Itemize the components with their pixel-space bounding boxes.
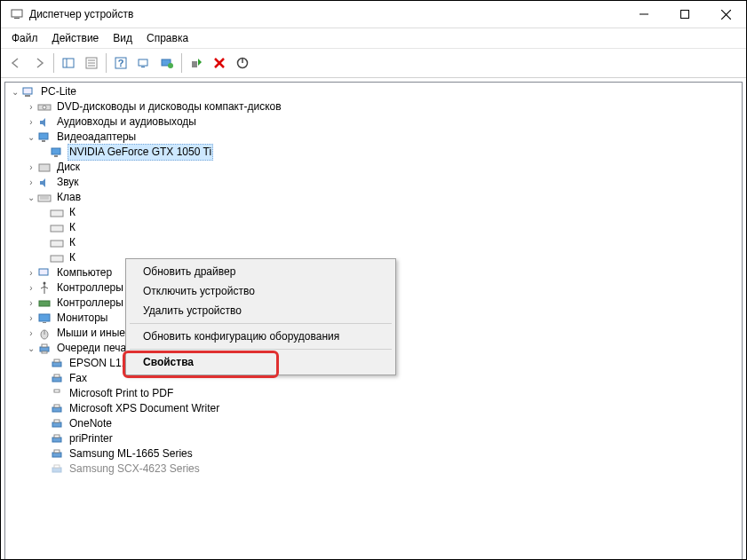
maximize-button[interactable] [664,1,705,28]
tree-node-printer[interactable]: Samsung ML-1665 Series [5,446,742,461]
tree-node-printer[interactable]: Microsoft Print to PDF [5,386,742,401]
monitor-icon [37,312,52,326]
keyboard-icon [50,206,64,220]
tree-node-printer[interactable]: priPrinter [5,431,742,446]
device-manager-window: Диспетчер устройств Файл Действие Вид Сп… [0,0,747,560]
tree-node-gpu[interactable]: NVIDIA GeForce GTX 1050 Ti [5,145,742,160]
keyboard-icon [50,236,64,250]
expand-icon[interactable]: › [25,311,37,326]
ctx-label: Удалить устройство [143,304,242,317]
window-title: Диспетчер устройств [29,8,624,20]
update-driver-button[interactable] [155,51,179,75]
menu-action[interactable]: Действие [45,30,107,46]
collapse-icon[interactable]: ⌄ [25,190,37,205]
properties-button[interactable] [80,51,103,75]
svg-rect-1 [14,18,20,19]
ctx-remove-device[interactable]: Удалить устройство [129,301,393,320]
tree-node-video[interactable]: ⌄ Видеоадаптеры [5,130,742,145]
ctx-update-driver[interactable]: Обновить драйвер [129,262,393,281]
svg-rect-54 [54,405,60,407]
svg-rect-49 [54,359,60,362]
svg-rect-58 [54,435,60,438]
expand-icon[interactable]: › [25,296,37,311]
tree-label: К [68,235,77,250]
expand-icon[interactable]: › [25,175,37,190]
svg-rect-40 [39,301,50,306]
keyboard-icon [37,191,52,205]
svg-rect-15 [141,67,145,67]
svg-rect-41 [39,314,50,321]
display-adapter-icon [37,130,52,145]
expand-icon[interactable]: › [25,99,37,114]
tree-label: Аудиовходы и аудиовыходы [55,114,198,130]
tree-node-printer[interactable]: Samsung SCX-4623 Series [5,461,742,477]
toolbar-separator [106,53,107,73]
enable-device-button[interactable] [185,51,208,75]
ctx-properties[interactable]: Свойства [129,352,393,372]
tree-node-keyboards[interactable]: ⌄ Клав [5,190,742,205]
tree-node-sound[interactable]: › Звук [5,175,742,190]
back-button[interactable] [4,51,28,75]
collapse-icon[interactable]: ⌄ [25,341,37,356]
expand-icon[interactable]: › [25,265,37,280]
tree-node-audio[interactable]: › Аудиовходы и аудиовыходы [5,114,742,130]
svg-rect-42 [43,322,46,323]
minimize-button[interactable] [624,1,664,28]
tree-node-printer[interactable]: Microsoft XPS Document Writer [5,401,742,416]
svg-point-17 [168,63,173,68]
keyboard-icon [50,251,64,265]
svg-rect-59 [52,453,61,457]
keyboard-icon [50,221,64,235]
tree-node-dvd[interactable]: › DVD-дисководы и дисководы компакт-диск… [5,99,742,114]
svg-rect-22 [23,88,32,94]
ctx-scan-hardware[interactable]: Обновить конфигурацию оборудования [129,327,393,346]
tree-label: Microsoft Print to PDF [68,386,175,401]
tree-root[interactable]: ⌄ PC-Lite [5,84,742,99]
tree-label: К [68,220,77,235]
toolbar-separator [53,53,54,73]
expand-icon[interactable]: › [25,280,37,296]
menu-help[interactable]: Справка [139,30,195,46]
tree-label-selected: NVIDIA GeForce GTX 1050 Ti [68,144,213,161]
svg-rect-62 [54,465,60,468]
ctx-label: Отключить устройство [143,285,255,297]
show-hide-tree-button[interactable] [57,51,80,75]
tree-label: priPrinter [68,431,115,446]
tree-label: Samsung SCX-4623 Series [68,461,202,477]
tree-label: DVD-дисководы и дисководы компакт-дисков [55,99,283,114]
svg-point-39 [44,281,46,284]
tree-node-keyboard-item[interactable]: К [5,220,742,235]
menu-view[interactable]: Вид [106,30,139,46]
tree-label: Мониторы [55,311,109,326]
forward-button[interactable] [28,51,51,75]
expand-icon[interactable]: › [25,160,37,175]
collapse-icon[interactable]: ⌄ [9,84,21,99]
scan-hardware-button[interactable] [132,51,155,75]
svg-rect-28 [52,148,60,154]
close-button[interactable] [705,1,746,28]
tree-node-disks[interactable]: › Диск [5,160,742,175]
content-area: ⌄ PC-Lite › DVD-дисководы и дисководы ко… [1,78,746,560]
ctx-disable-device[interactable]: Отключить устройство [129,281,393,301]
tree-label: Microsoft XPS Document Writer [68,401,221,416]
svg-rect-55 [52,422,61,427]
tree-label: Диск [55,160,82,175]
expand-icon[interactable]: › [25,114,37,130]
svg-rect-35 [51,225,63,232]
menu-file[interactable]: Файл [4,30,45,46]
titlebar: Диспетчер устройств [1,1,746,28]
svg-rect-26 [39,133,48,139]
tree-label: Видеоадаптеры [55,130,138,145]
disable-device-button[interactable] [231,51,254,75]
expand-icon[interactable]: › [25,326,37,341]
help-button[interactable]: ? [109,51,132,75]
disc-drive-icon [37,100,52,114]
svg-rect-60 [54,450,60,453]
svg-rect-6 [63,59,74,67]
menubar: Файл Действие Вид Справка [1,28,746,49]
uninstall-device-button[interactable] [208,51,231,75]
tree-node-printer[interactable]: OneNote [5,416,742,431]
collapse-icon[interactable]: ⌄ [25,130,37,145]
tree-node-keyboard-item[interactable]: К [5,205,742,220]
tree-node-keyboard-item[interactable]: К [5,235,742,250]
